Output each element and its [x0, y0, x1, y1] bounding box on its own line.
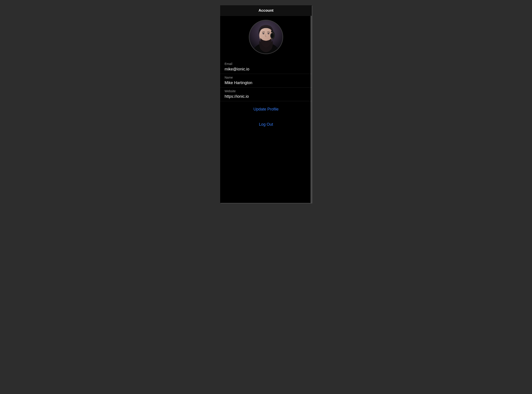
website-label: Website	[224, 89, 308, 93]
name-label: Name	[224, 76, 308, 79]
update-profile-button[interactable]: Update Profile	[224, 105, 308, 114]
svg-point-8	[271, 33, 274, 38]
page-title: Account	[259, 8, 273, 13]
email-label: Email	[224, 62, 308, 66]
avatar[interactable]	[249, 20, 283, 54]
log-out-button[interactable]: Log Out	[224, 120, 308, 129]
website-field-row: Website	[220, 88, 312, 101]
header-toolbar: Account	[220, 5, 312, 16]
button-section: Update Profile Log Out	[220, 101, 312, 129]
svg-point-5	[263, 33, 264, 34]
svg-point-6	[268, 33, 269, 34]
email-input[interactable]	[224, 67, 308, 72]
account-screen: Account	[220, 5, 312, 203]
avatar-image	[250, 21, 282, 53]
name-field-row: Name	[220, 74, 312, 88]
scrollbar[interactable]	[310, 16, 312, 203]
avatar-section	[220, 16, 312, 60]
name-input[interactable]	[224, 81, 308, 85]
website-input[interactable]	[224, 94, 308, 99]
email-field-row: Email	[220, 60, 312, 74]
content-area[interactable]: Email Name Website Update Profile Log Ou…	[220, 16, 312, 203]
